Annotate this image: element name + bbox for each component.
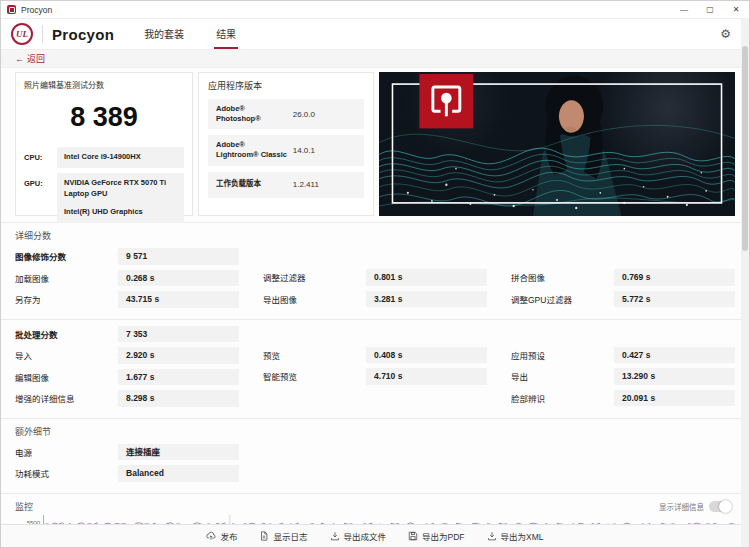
version-value: 26.0.0	[293, 110, 356, 119]
metric-row: 调整GPU过滤器5.772 s	[511, 291, 735, 308]
footer-button-label: 显示日志	[273, 530, 307, 542]
back-button[interactable]: ← 返回	[15, 52, 45, 65]
version-value: 14.0.1	[293, 146, 356, 155]
minimize-icon[interactable]: —	[671, 1, 697, 18]
metric-value: 7 353	[118, 326, 239, 343]
metric-value: 0.408 s	[366, 347, 487, 364]
header-divider	[42, 25, 43, 43]
footer-button-label: 导出为PDF	[422, 530, 465, 542]
export-pdf-button[interactable]: 导出为PDF	[408, 530, 465, 542]
log-icon	[259, 531, 269, 541]
metric-label: 脸部辨识	[511, 392, 614, 404]
metric-value: 0.427 s	[614, 347, 735, 364]
section-divider	[1, 418, 749, 419]
section-divider	[1, 493, 749, 494]
metric-row: 智能预览4.710 s	[263, 368, 487, 385]
log-button[interactable]: 显示日志	[259, 530, 307, 542]
extra-value: 连接插座	[118, 444, 239, 461]
metric-value: 13.290 s	[614, 368, 735, 385]
show-details-toggle[interactable]	[709, 501, 731, 512]
versions-panel-title: 应用程序版本	[208, 79, 364, 92]
window-titlebar: Procyon — ▢ ✕	[1, 1, 749, 19]
metric-label: 批处理分数	[15, 328, 118, 340]
back-arrow-icon: ←	[15, 54, 24, 64]
metric-label: 增强的详细信息	[15, 392, 118, 404]
metric-row: 预览0.408 s	[263, 347, 487, 364]
extra-rows: 电源连接插座功耗模式Balanced	[15, 444, 239, 487]
close-icon[interactable]: ✕	[723, 1, 749, 18]
tab-my-suites[interactable]: 我的套装	[142, 19, 186, 49]
procyon-badge-icon	[419, 74, 473, 128]
metric-value: 0.268 s	[118, 270, 239, 287]
benchmark-score: 8 389	[24, 102, 184, 133]
window-title: Procyon	[21, 5, 52, 15]
spec-value: Intel Core i9-14900HX	[57, 147, 184, 168]
monitoring-title: 监控	[15, 500, 33, 513]
tab-results[interactable]: 结果	[214, 19, 238, 49]
metric-value: 20.091 s	[614, 390, 735, 407]
back-row: ← 返回	[1, 50, 749, 68]
footer-button-label: 发布	[220, 530, 237, 542]
metric-label: 导出	[511, 370, 614, 382]
metric-row: 应用预设0.427 s	[511, 347, 735, 364]
metric-row: 拼合图像0.769 s	[511, 269, 735, 286]
metric-value: 2.920 s	[118, 347, 239, 364]
brand-title: Procyon	[52, 26, 114, 43]
tab-bar: 我的套装结果	[142, 19, 238, 49]
footer-button-label: 导出成文件	[344, 530, 387, 542]
metric-label: 另存为	[15, 293, 118, 305]
metric-value: 3.281 s	[366, 291, 487, 308]
extra-row: 电源连接插座	[15, 444, 239, 461]
score-panel: 照片编辑基准测试分数 8 389 CPU:Intel Core i9-14900…	[15, 72, 193, 216]
export-pdf-icon	[408, 531, 418, 541]
section-divider	[1, 319, 749, 320]
metric-row: 脸部辨识20.091 s	[511, 390, 735, 407]
metric-row: 导入2.920 s	[15, 347, 239, 364]
export-file-button[interactable]: 导出成文件	[330, 530, 387, 542]
scrollbar-thumb[interactable]	[742, 46, 748, 251]
metric-label: 编辑图像	[15, 371, 118, 383]
metric-value: 9 571	[118, 248, 239, 265]
metric-value: 0.769 s	[614, 269, 735, 286]
spec-label: GPU:	[24, 173, 57, 223]
publish-button[interactable]: 发布	[206, 530, 237, 542]
metric-row: 增强的详细信息8.298 s	[15, 390, 239, 407]
metric-label: 拼合图像	[511, 271, 614, 283]
version-rows: Adobe® Photoshop®26.0.0Adobe® Lightroom®…	[208, 99, 364, 198]
metric-label: 调整GPU过滤器	[511, 293, 614, 305]
maximize-icon[interactable]: ▢	[697, 1, 723, 18]
metric-row: 导出13.290 s	[511, 368, 735, 385]
hero-artwork	[379, 72, 735, 216]
metric-row: 导出图像3.281 s	[263, 291, 487, 308]
version-label: Adobe® Lightroom® Classic	[216, 140, 293, 160]
spec-row: CPU:Intel Core i9-14900HX	[24, 147, 184, 168]
metric-label: 图像修饰分数	[15, 250, 118, 262]
publish-icon	[206, 531, 216, 541]
extra-label: 电源	[15, 446, 118, 458]
extra-section-title: 额外细节	[15, 425, 735, 438]
export-file-icon	[330, 531, 340, 541]
version-value: 1.2.411	[293, 180, 356, 189]
export-xml-icon	[487, 531, 497, 541]
export-xml-button[interactable]: 导出为XML	[487, 530, 544, 542]
detailed-section-title: 详细分数	[15, 229, 735, 242]
metric-label: 智能预览	[263, 370, 366, 382]
app-icon	[7, 5, 16, 14]
metric-label: 导入	[15, 349, 118, 361]
footer-button-label: 导出为XML	[501, 530, 544, 542]
vertical-scrollbar	[741, 18, 749, 547]
gear-icon[interactable]: ⚙	[720, 27, 731, 41]
metric-row: 加载图像0.268 s	[15, 270, 239, 287]
version-label: 工作负载版本	[216, 179, 293, 189]
main-content: 照片编辑基准测试分数 8 389 CPU:Intel Core i9-14900…	[1, 68, 749, 548]
metric-value: 43.715 s	[118, 291, 239, 308]
metric-label: 调整过滤器	[263, 271, 366, 283]
version-label: Adobe® Photoshop®	[216, 104, 293, 124]
score-specs: CPU:Intel Core i9-14900HXGPU:NVIDIA GeFo…	[24, 147, 184, 223]
version-row: Adobe® Lightroom® Classic14.0.1	[208, 135, 364, 165]
extra-value: Balanced	[118, 465, 239, 482]
back-label: 返回	[27, 52, 45, 65]
metric-value: 0.801 s	[366, 269, 487, 286]
metric-label: 应用预设	[511, 349, 614, 361]
show-details-label: 显示详细信息	[659, 501, 704, 512]
